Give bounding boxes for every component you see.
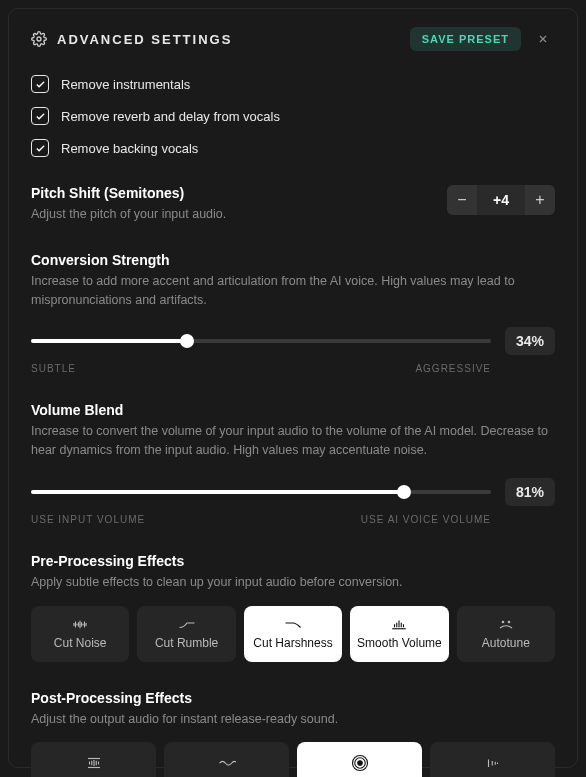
effect-label: Smooth Volume [357,636,442,650]
checkbox-label: Remove backing vocals [61,141,198,156]
pre-effect-smooth-volume[interactable]: Smooth Volume [350,606,448,662]
volume-value: 81% [505,478,555,506]
svg-point-20 [508,622,510,624]
volume-left-label: USE INPUT VOLUME [31,514,145,525]
conversion-strength-section: Conversion Strength Increase to add more… [31,252,555,375]
effect-label: Cut Harshness [253,636,332,650]
checkbox-remove-backing[interactable]: Remove backing vocals [31,139,555,157]
pitch-increment-button[interactable]: + [525,185,555,215]
checkbox-box [31,75,49,93]
checkbox-group: Remove instrumentals Remove reverb and d… [31,75,555,157]
strength-right-label: AGGRESSIVE [415,363,491,374]
checkbox-box [31,139,49,157]
post-effect-chorus[interactable]: Chorus [164,742,289,777]
volume-slider[interactable] [31,490,491,494]
volume-right-label: USE AI VOICE VOLUME [361,514,491,525]
pre-processing-section: Pre-Processing Effects Apply subtle effe… [31,553,555,662]
chorus-icon [218,756,236,770]
compressor-icon [85,756,103,770]
save-preset-button[interactable]: SAVE PRESET [410,27,521,51]
pre-effect-cut-rumble[interactable]: Cut Rumble [137,606,235,662]
pitch-stepper: − +4 + [447,185,555,215]
cut-noise-icon [71,618,89,632]
svg-point-0 [37,37,41,41]
autotune-icon [497,618,515,632]
volume-blend-section: Volume Blend Increase to convert the vol… [31,402,555,525]
delay-icon [484,756,502,770]
pitch-desc: Adjust the pitch of your input audio. [31,205,431,224]
pitch-value: +4 [477,192,525,208]
post-title: Post-Processing Effects [31,690,555,706]
panel-header: ADVANCED SETTINGS SAVE PRESET [31,27,555,51]
panel-title: ADVANCED SETTINGS [57,32,400,47]
checkbox-label: Remove instrumentals [61,77,190,92]
post-effect-delay[interactable]: Delay [430,742,555,777]
strength-title: Conversion Strength [31,252,555,268]
cut-rumble-icon [178,618,196,632]
pre-desc: Apply subtle effects to clean up your in… [31,573,555,592]
pitch-title: Pitch Shift (Semitones) [31,185,431,201]
pre-title: Pre-Processing Effects [31,553,555,569]
strength-value: 34% [505,327,555,355]
strength-left-label: SUBTLE [31,363,76,374]
smooth-volume-icon [390,618,408,632]
strength-desc: Increase to add more accent and articula… [31,272,555,310]
pre-effect-autotune[interactable]: Autotune [457,606,555,662]
volume-title: Volume Blend [31,402,555,418]
reverb-icon [351,756,369,770]
strength-slider[interactable] [31,339,491,343]
effect-label: Cut Rumble [155,636,218,650]
svg-point-28 [357,761,362,766]
post-effect-reverb[interactable]: Reverb [297,742,422,777]
effect-label: Cut Noise [54,636,107,650]
pitch-decrement-button[interactable]: − [447,185,477,215]
advanced-settings-panel: ADVANCED SETTINGS SAVE PRESET Remove ins… [8,8,578,768]
cut-harshness-icon [284,618,302,632]
checkbox-label: Remove reverb and delay from vocals [61,109,280,124]
volume-desc: Increase to convert the volume of your i… [31,422,555,460]
pitch-shift-section: Pitch Shift (Semitones) Adjust the pitch… [31,185,555,224]
checkbox-box [31,107,49,125]
pre-effect-cut-noise[interactable]: Cut Noise [31,606,129,662]
gear-icon [31,31,47,47]
post-desc: Adjust the output audio for instant rele… [31,710,555,729]
checkbox-remove-reverb[interactable]: Remove reverb and delay from vocals [31,107,555,125]
svg-point-19 [502,622,504,624]
pre-effect-cut-harshness[interactable]: Cut Harshness [244,606,342,662]
post-effect-compressor[interactable]: Compressor [31,742,156,777]
effect-label: Autotune [482,636,530,650]
close-button[interactable] [531,27,555,51]
post-processing-section: Post-Processing Effects Adjust the outpu… [31,690,555,778]
checkbox-remove-instrumentals[interactable]: Remove instrumentals [31,75,555,93]
